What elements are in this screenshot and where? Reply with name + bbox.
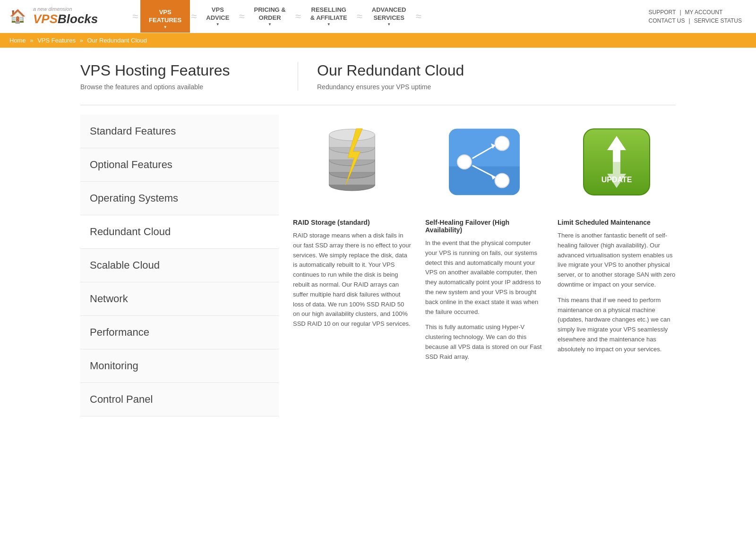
nav-pricing-order-label: PRICING &ORDER [254, 6, 285, 22]
nav-advanced-label: ADVANCEDSERVICES [372, 6, 406, 22]
home-button[interactable]: 🏠 [9, 8, 26, 24]
sidebar-item-network[interactable]: Network [80, 282, 279, 316]
raid-feature-desc: RAID storage means when a disk fails in … [293, 231, 411, 329]
service-status-link[interactable]: SERVICE STATUS [694, 17, 742, 24]
nav-div-5: ≈ [415, 0, 422, 33]
svg-point-22 [495, 173, 509, 187]
nav-div-2: ≈ [238, 0, 245, 33]
maintenance-image-wrap: UPDATE [558, 115, 676, 209]
nav-reselling[interactable]: RESELLING& AFFILIATE ▼ [302, 0, 356, 33]
content-area: RAID Storage (standard) RAID storage mea… [293, 115, 676, 416]
feature-col-maintenance: UPDATE Limit Scheduled Maintenance There… [558, 115, 676, 368]
nav-reselling-label: RESELLING& AFFILIATE [310, 6, 347, 22]
sidebar: Standard Features Optional Features Oper… [80, 115, 279, 416]
left-subtitle: Browse the features and options availabl… [80, 83, 279, 91]
chevron-pricing-icon: ▼ [268, 22, 272, 27]
update-icon: UPDATE [581, 127, 652, 197]
sidebar-item-optional-features[interactable]: Optional Features [80, 148, 279, 182]
nav-pricing-order[interactable]: PRICING &ORDER ▼ [245, 0, 294, 33]
raid-feature-title: RAID Storage (standard) [293, 219, 411, 226]
svg-point-16 [457, 155, 472, 169]
logo-brand: VPSBlocks [33, 12, 98, 26]
sidebar-item-performance[interactable]: Performance [80, 316, 279, 349]
maintenance-feature-title: Limit Scheduled Maintenance [558, 219, 676, 226]
feature-col-raid: RAID Storage (standard) RAID storage mea… [293, 115, 411, 368]
raid-storage-icon [319, 127, 385, 197]
svg-text:UPDATE: UPDATE [601, 176, 632, 184]
chevron-down-icon: ▼ [163, 25, 167, 30]
failover-feature-title: Self-Healing Failover (High Availability… [425, 219, 543, 234]
main-container: VPS Hosting Features Browse the features… [71, 48, 685, 431]
nav-vps-features-label: VPSFEATURES [149, 8, 181, 25]
right-subtitle: Redundancy ensures your VPS uptime [317, 83, 676, 91]
nav-vps-advice[interactable]: VPSADVICE ▼ [198, 0, 238, 33]
right-title: Our Redundant Cloud [317, 62, 676, 79]
page-heading-left: VPS Hosting Features Browse the features… [80, 62, 279, 91]
breadcrumb-home[interactable]: Home [9, 37, 26, 44]
my-account-link[interactable]: MY ACCOUNT [685, 9, 723, 16]
breadcrumb: Home » VPS Features » Our Redundant Clou… [0, 33, 756, 48]
nav-div-3: ≈ [294, 0, 302, 33]
failover-feature-desc: In the event that the physical computer … [425, 238, 543, 362]
logo-tagline: a new dimension [33, 6, 98, 12]
breadcrumb-sep-2: » [80, 37, 83, 44]
raid-image-wrap [293, 115, 411, 209]
pipe-sep-2: | [689, 17, 690, 24]
support-link[interactable]: SUPPORT [649, 9, 676, 16]
svg-point-19 [495, 136, 509, 151]
pipe-sep-1: | [679, 9, 681, 16]
failover-icon [444, 127, 524, 197]
left-title: VPS Hosting Features [80, 62, 279, 79]
nav-wave-separator: ≈ [132, 10, 138, 23]
content-columns: RAID Storage (standard) RAID storage mea… [293, 115, 676, 368]
nav-area: VPSFEATURES ▼ ≈ VPSADVICE ▼ ≈ PRICING &O… [140, 0, 644, 33]
page-heading: VPS Hosting Features Browse the features… [80, 62, 676, 91]
top-links: SUPPORT | MY ACCOUNT CONTACT US | SERVIC… [644, 9, 747, 24]
svg-point-11 [329, 129, 375, 141]
content-layout: Standard Features Optional Features Oper… [80, 115, 676, 416]
maintenance-feature-desc: There is another fantastic benefit of se… [558, 231, 676, 355]
breadcrumb-sep-1: » [30, 37, 33, 44]
contact-us-link[interactable]: CONTACT US [649, 17, 685, 24]
logo: a new dimension VPSBlocks [33, 6, 98, 26]
logo-area: 🏠 a new dimension VPSBlocks [9, 6, 132, 26]
sidebar-item-scalable-cloud[interactable]: Scalable Cloud [80, 249, 279, 282]
breadcrumb-vps-features[interactable]: VPS Features [37, 37, 76, 44]
sidebar-item-redundant-cloud[interactable]: Redundant Cloud [80, 215, 279, 249]
nav-vps-features[interactable]: VPSFEATURES ▼ [140, 0, 190, 33]
breadcrumb-current: Our Redundant Cloud [87, 37, 147, 44]
feature-col-failover: Self-Healing Failover (High Availability… [425, 115, 543, 368]
sidebar-item-control-panel[interactable]: Control Panel [80, 383, 279, 416]
chevron-advanced-icon: ▼ [387, 22, 391, 27]
nav-advanced[interactable]: ADVANCEDSERVICES ▼ [363, 0, 415, 33]
sidebar-item-operating-systems[interactable]: Operating Systems [80, 182, 279, 215]
nav-div-1: ≈ [190, 0, 198, 33]
chevron-advice-icon: ▼ [216, 22, 220, 27]
page-heading-right: Our Redundant Cloud Redundancy ensures y… [298, 62, 676, 91]
sidebar-item-monitoring[interactable]: Monitoring [80, 349, 279, 383]
failover-image-wrap [425, 115, 543, 209]
nav-div-4: ≈ [356, 0, 363, 33]
sidebar-item-standard-features[interactable]: Standard Features [80, 115, 279, 148]
chevron-reselling-icon: ▼ [327, 22, 331, 27]
section-divider [80, 105, 676, 105]
nav-vps-advice-label: VPSADVICE [206, 6, 229, 22]
header: 🏠 a new dimension VPSBlocks ≈ VPSFEATURE… [0, 0, 756, 33]
